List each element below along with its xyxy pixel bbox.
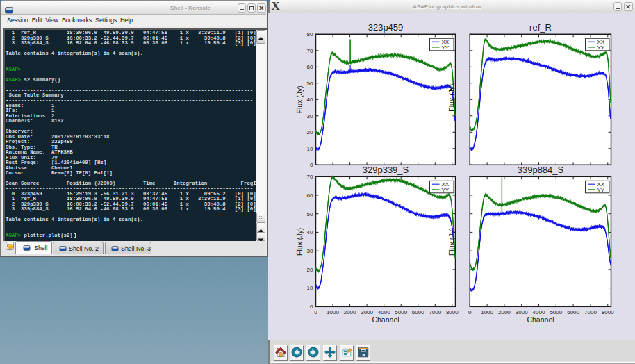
svg-text:6000: 6000 xyxy=(412,309,424,315)
svg-text:Channel: Channel xyxy=(372,315,399,324)
svg-text:5000: 5000 xyxy=(395,309,407,315)
svg-text:60: 60 xyxy=(307,64,313,70)
svg-text:4000: 4000 xyxy=(533,309,545,315)
svg-text:20: 20 xyxy=(307,267,313,273)
svg-text:6000: 6000 xyxy=(567,309,579,315)
svg-text:3000: 3000 xyxy=(361,309,373,315)
svg-text:4000: 4000 xyxy=(378,309,390,315)
svg-text:323p459: 323p459 xyxy=(368,22,404,33)
svg-text:20: 20 xyxy=(307,129,313,135)
svg-text:50: 50 xyxy=(307,211,313,217)
svg-text:0: 0 xyxy=(310,162,313,168)
svg-text:Channel: Channel xyxy=(527,315,554,324)
svg-text:0: 0 xyxy=(310,304,313,310)
svg-text:8000: 8000 xyxy=(446,309,459,315)
svg-text:3000: 3000 xyxy=(516,309,528,315)
svg-text:339p884_S: 339p884_S xyxy=(518,165,564,175)
svg-text:80: 80 xyxy=(307,31,313,38)
svg-text:10: 10 xyxy=(307,285,313,291)
svg-text:7000: 7000 xyxy=(429,309,441,315)
svg-text:70: 70 xyxy=(307,48,313,54)
svg-text:YY: YY xyxy=(442,187,450,193)
svg-text:Flux (Jy): Flux (Jy) xyxy=(296,228,304,256)
svg-text:Flux (Jy): Flux (Jy) xyxy=(447,228,456,256)
svg-text:30: 30 xyxy=(307,113,313,119)
svg-text:1000: 1000 xyxy=(481,309,493,315)
svg-text:40: 40 xyxy=(307,229,313,235)
svg-text:5000: 5000 xyxy=(550,309,562,315)
svg-text:YY: YY xyxy=(442,44,450,51)
svg-text:329p339_S: 329p339_S xyxy=(363,165,409,175)
svg-text:70: 70 xyxy=(307,174,313,180)
svg-text:1000: 1000 xyxy=(327,309,339,315)
svg-text:50: 50 xyxy=(307,81,313,87)
svg-text:Flux (Jy): Flux (Jy) xyxy=(447,83,456,111)
svg-text:10: 10 xyxy=(307,146,313,152)
svg-text:Flux (Jy): Flux (Jy) xyxy=(296,85,304,113)
svg-text:YY: YY xyxy=(597,44,605,51)
svg-text:2000: 2000 xyxy=(344,309,356,315)
svg-text:30: 30 xyxy=(307,248,313,254)
svg-text:2000: 2000 xyxy=(498,309,511,315)
svg-text:8000: 8000 xyxy=(602,309,614,315)
svg-text:40: 40 xyxy=(307,97,313,103)
svg-text:YY: YY xyxy=(597,187,605,193)
svg-text:7000: 7000 xyxy=(584,309,597,315)
svg-text:0: 0 xyxy=(468,309,472,315)
svg-text:ref_R: ref_R xyxy=(529,22,552,33)
svg-text:0: 0 xyxy=(314,309,318,315)
svg-text:60: 60 xyxy=(307,192,313,199)
